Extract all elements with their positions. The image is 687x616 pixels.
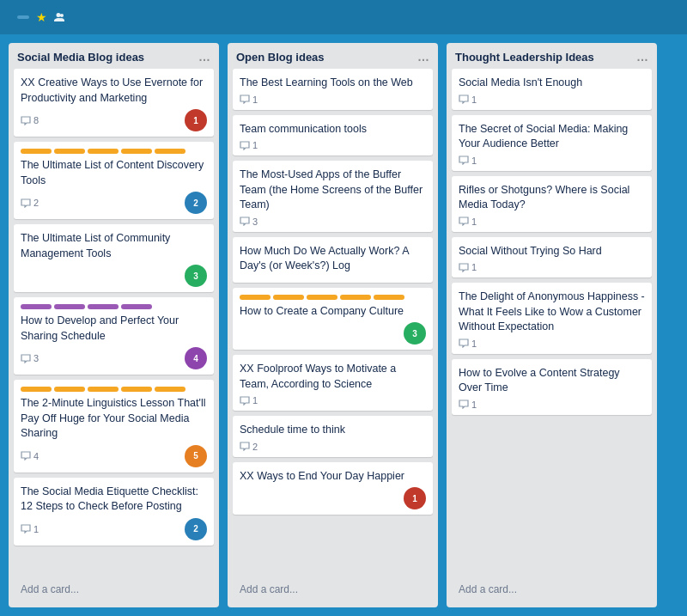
card-comments: 1: [459, 95, 477, 105]
avatar: 1: [404, 487, 426, 509]
card[interactable]: The Delight of Anonymous Happiness - Wha…: [452, 283, 652, 354]
star-icon[interactable]: ★: [36, 10, 47, 24]
card[interactable]: How to Develop and Perfect Your Sharing …: [14, 297, 214, 375]
card-label-orange: [88, 149, 119, 154]
comment-count: 2: [33, 198, 39, 208]
comment-icon: [240, 396, 250, 406]
card[interactable]: The Ultimate List of Content Discovery T…: [14, 142, 214, 219]
card-title: How to Create a Company Culture: [240, 304, 426, 320]
add-card-button-2[interactable]: Add a card...: [233, 578, 433, 602]
card-comments: 8: [21, 115, 39, 125]
card[interactable]: Social Media Isn't Enough1: [452, 69, 652, 110]
card[interactable]: XX Ways to End Your Day Happier1: [233, 462, 433, 515]
card-title: Social Without Trying So Hard: [459, 244, 645, 259]
column-menu-icon-2[interactable]: …: [417, 50, 429, 64]
card-label-orange: [121, 149, 152, 154]
card-title: Rifles or Shotguns? Where is Social Medi…: [459, 183, 645, 213]
card-meta: 1: [459, 95, 477, 105]
avatar: 3: [185, 265, 207, 287]
card[interactable]: The Social Media Etiquette Checklist: 12…: [14, 478, 214, 546]
card-label-orange: [307, 295, 337, 300]
column-header-3: Thought Leadership Ideas…: [447, 43, 657, 69]
card[interactable]: Rifles or Shotguns? Where is Social Medi…: [452, 176, 652, 232]
comment-icon: [459, 399, 469, 409]
card-footer: 1: [459, 262, 645, 272]
card-label-orange: [88, 387, 119, 392]
card-label-purple: [88, 304, 119, 309]
card-comments: 1: [459, 217, 477, 227]
card-comments: 1: [459, 156, 477, 166]
column-menu-icon-3[interactable]: …: [636, 50, 648, 64]
card-meta: 3: [240, 217, 258, 227]
comment-count: 1: [471, 217, 477, 227]
card[interactable]: Schedule time to think2: [233, 416, 433, 457]
comment-icon: [240, 141, 250, 150]
card[interactable]: The Most-Used Apps of the Buffer Team (t…: [233, 161, 433, 232]
column-title-3: Thought Leadership Ideas: [455, 51, 594, 64]
visibility-control[interactable]: [54, 12, 70, 22]
card[interactable]: XX Foolproof Ways to Motivate a Team, Ac…: [233, 355, 433, 411]
card-label-orange: [155, 149, 185, 154]
comment-icon: [459, 338, 469, 348]
card-footer: 81: [21, 109, 207, 131]
board-badge[interactable]: [17, 15, 29, 19]
add-card-button-1[interactable]: Add a card...: [14, 578, 214, 602]
card-footer: 1: [459, 156, 645, 166]
card-footer: 1: [240, 95, 426, 105]
card-label-orange: [21, 149, 52, 154]
column-3: Thought Leadership Ideas…Social Media Is…: [447, 43, 657, 607]
card-meta: 2: [240, 442, 258, 452]
card[interactable]: The Ultimate List of Community Managemen…: [14, 224, 214, 292]
column-cards-3: Social Media Isn't Enough1The Secret of …: [447, 69, 657, 575]
card-meta: 1: [21, 524, 39, 534]
card[interactable]: The Secret of Social Media: Making Your …: [452, 115, 652, 171]
card[interactable]: How Much Do We Actually Work? A Day's (o…: [233, 237, 433, 283]
card-meta: 3: [21, 353, 39, 363]
comment-count: 1: [471, 156, 477, 166]
card[interactable]: Team communication tools1: [233, 115, 433, 156]
people-icon: [54, 12, 66, 22]
card-title: The Secret of Social Media: Making Your …: [459, 122, 645, 152]
card-comments: 1: [240, 95, 258, 105]
card-comments: 1: [21, 524, 39, 534]
card-comments: 1: [459, 338, 477, 349]
card-comments: 2: [240, 442, 258, 452]
card-footer: 1: [459, 399, 645, 410]
card-label-purple: [121, 304, 152, 309]
card-title: The Ultimate List of Content Discovery T…: [21, 158, 207, 188]
card-meta: 1: [240, 395, 258, 406]
card-meta: 1: [459, 262, 477, 272]
board: Social Media Blog ideas…XX Creative Ways…: [0, 34, 687, 616]
card[interactable]: How to Evolve a Content Strategy Over Ti…: [452, 359, 652, 415]
card-label-orange: [21, 387, 52, 392]
card-label-purple: [21, 304, 52, 309]
card-title: XX Foolproof Ways to Motivate a Team, Ac…: [240, 362, 426, 392]
add-card-button-3[interactable]: Add a card...: [452, 578, 652, 602]
card-title: Team communication tools: [240, 122, 426, 137]
column-cards-1: XX Creative Ways to Use Evernote for Pro…: [9, 69, 219, 575]
card[interactable]: How to Create a Company Culture3: [233, 288, 433, 351]
comment-icon: [240, 442, 250, 451]
card[interactable]: The Best Learning Tools on the Web1: [233, 69, 433, 110]
card-title: The Delight of Anonymous Happiness - Wha…: [459, 290, 645, 335]
card[interactable]: Social Without Trying So Hard1: [452, 237, 652, 278]
card-title: Schedule time to think: [240, 423, 426, 438]
card[interactable]: The 2-Minute Linguistics Lesson That'll …: [14, 380, 214, 473]
card-title: The 2-Minute Linguistics Lesson That'll …: [21, 396, 207, 442]
card[interactable]: XX Creative Ways to Use Evernote for Pro…: [14, 69, 214, 137]
card-footer: 2: [240, 442, 426, 452]
column-menu-icon-1[interactable]: …: [198, 50, 210, 64]
card-meta: 8: [21, 115, 39, 125]
column-header-2: Open Blog ideas…: [228, 43, 438, 69]
card-footer: 34: [21, 347, 207, 369]
card-labels: [240, 295, 426, 300]
card-comments: 1: [240, 395, 258, 406]
comment-icon: [240, 217, 250, 226]
comment-icon: [240, 95, 250, 104]
card-comments: 1: [240, 140, 258, 150]
card-meta: 1: [459, 338, 477, 349]
card-labels: [21, 149, 207, 154]
comment-count: 1: [471, 262, 477, 272]
comment-count: 1: [471, 95, 477, 105]
card-meta: 1: [459, 217, 477, 227]
